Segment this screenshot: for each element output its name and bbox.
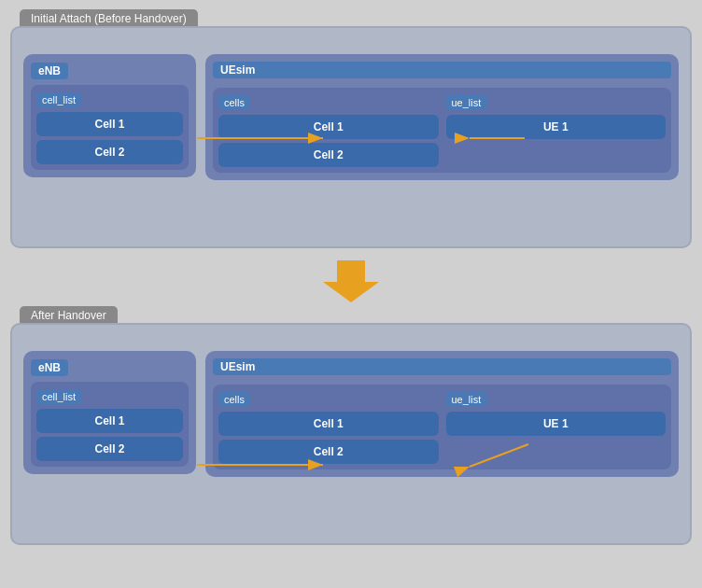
cell-list-box-bottom: cell_list Cell 1 Cell 2 [31,382,189,467]
uesim-cell1-top: Cell 1 [218,115,439,139]
svg-marker-2 [323,260,379,302]
down-arrow-container [323,256,379,302]
enb-cell2-bottom: Cell 2 [36,437,183,461]
enb-cell2-top: Cell 2 [36,140,183,164]
ue1-top: UE 1 [446,115,667,139]
enb-box-top: eNB cell_list Cell 1 Cell 2 [23,54,196,177]
uesim-cells-bottom: cells Cell 1 Cell 2 [218,390,439,464]
uesim-cells-top: cells Cell 1 Cell 2 [218,93,439,167]
uesim-inner-top: cells Cell 1 Cell 2 ue_list UE 1 [213,88,671,173]
cells-label-bottom: cells [218,392,250,407]
cell-list-box-top: cell_list Cell 1 Cell 2 [31,85,189,170]
enb-box-bottom: eNB cell_list Cell 1 Cell 2 [23,351,196,474]
ue-list-label-top: ue_list [446,95,487,110]
cell-list-label-top: cell_list [36,92,81,107]
top-section-label: Initial Attach (Before Handover) [20,9,198,28]
uesim-box-bottom: UEsim cells Cell 1 Cell 2 ue_list UE 1 [205,351,679,477]
bottom-section-label: After Handover [20,306,118,325]
cells-label-top: cells [218,95,250,110]
ue-list-bottom: ue_list UE 1 [446,390,667,464]
uesim-cell2-top: Cell 2 [218,143,439,167]
uesim-cell2-bottom: Cell 2 [218,440,439,464]
enb-cell1-top: Cell 1 [36,112,183,136]
uesim-inner-bottom: cells Cell 1 Cell 2 ue_list UE 1 [213,385,671,469]
ue-list-top: ue_list UE 1 [446,93,667,167]
down-arrow-svg [323,256,379,302]
enb-label-top: eNB [31,63,68,79]
ue-list-label-bottom: ue_list [446,392,487,407]
ue1-bottom: UE 1 [446,412,667,436]
uesim-label-top: UEsim [213,62,671,78]
uesim-label-bottom: UEsim [213,358,671,375]
uesim-box-top: UEsim cells Cell 1 Cell 2 ue_list UE 1 [205,54,679,180]
enb-label-bottom: eNB [31,359,68,376]
uesim-cell1-bottom: Cell 1 [218,412,439,436]
cell-list-label-bottom: cell_list [36,389,81,404]
enb-cell1-bottom: Cell 1 [36,409,183,433]
